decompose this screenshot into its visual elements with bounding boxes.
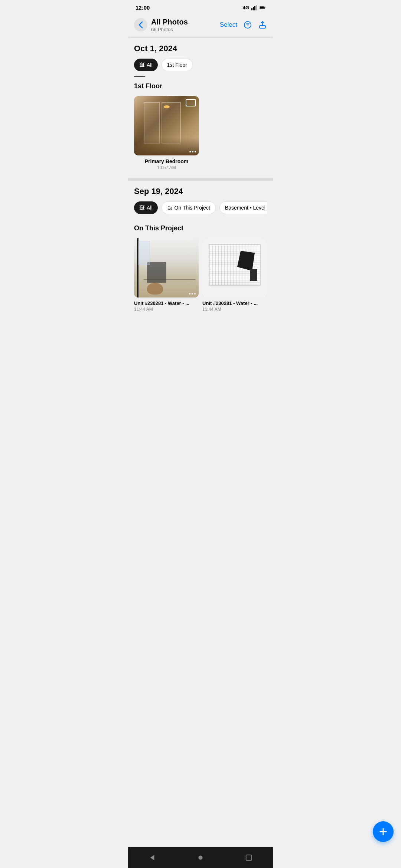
svg-rect-6 [260, 7, 264, 8]
primary-bedroom-label: Primary Bedroom [134, 158, 199, 164]
back-icon [138, 21, 143, 29]
oct-filter-all[interactable]: 🖼 All [134, 59, 158, 71]
header-title-block: All Photos 66 Photos [151, 17, 216, 32]
photo-unit-2-time: 11:44 AM [202, 307, 267, 312]
photo-primary-bedroom[interactable] [134, 96, 199, 155]
sep-photo-grid: Unit #230281 - Water - ... 11:44 AM [134, 238, 267, 313]
panorama-indicator [186, 99, 196, 106]
photo-unit-2[interactable] [202, 238, 267, 297]
photo-unit-1-wrapper: Unit #230281 - Water - ... 11:44 AM [134, 238, 199, 313]
select-button[interactable]: Select [220, 21, 237, 29]
sep-filter-basement[interactable]: Basement • Level 1 [219, 201, 267, 214]
oct-date: Oct 1, 2024 [134, 44, 267, 53]
photo-unit-1[interactable] [134, 238, 199, 297]
status-icons: 4G [243, 5, 265, 10]
status-bar: 12:00 4G [128, 0, 273, 14]
photo-unit-2-label: Unit #230281 - Water - ... [202, 300, 267, 306]
artwork-image [202, 238, 267, 297]
dot2 [192, 151, 193, 152]
dot1 [189, 293, 190, 295]
sep-section: Sep 19, 2024 🖼 All 🗂 On This Project Bas… [128, 181, 273, 214]
oct-filter-tabs: 🖼 All 1st Floor [134, 59, 267, 71]
sep-filter-all-label: All [147, 205, 153, 211]
sep-filter-basement-label: Basement • Level 1 [225, 205, 267, 211]
svg-rect-1 [253, 7, 254, 10]
nav-spacer [128, 321, 273, 347]
section-separator [128, 178, 273, 181]
oct-photo-grid: Primary Bedroom 10:57 AM [134, 96, 267, 170]
header-title: All Photos [151, 17, 216, 26]
svg-rect-5 [265, 7, 265, 8]
dot1 [189, 151, 191, 152]
photo-icon-sep-all: 🖼 [139, 205, 144, 211]
sep-filter-tabs: 🖼 All 🗂 On This Project Basement • Level… [134, 201, 267, 214]
oct-filter-1stfloor[interactable]: 1st Floor [162, 59, 193, 71]
share-icon[interactable] [258, 20, 267, 29]
dot2 [192, 293, 193, 295]
header-subtitle: 66 Photos [151, 27, 216, 32]
photo-unit-2-wrapper: Unit #230281 - Water - ... 11:44 AM [202, 238, 267, 313]
battery-icon [260, 6, 265, 10]
dot3 [195, 151, 196, 152]
svg-rect-3 [256, 5, 257, 10]
back-button[interactable] [134, 18, 147, 32]
oct-subsection-title: 1st Floor [134, 82, 267, 92]
oct-filter-all-label: All [147, 62, 153, 68]
folder-icon-sep: 🗂 [167, 205, 172, 211]
sep-subsection-title: On This Project [134, 224, 267, 234]
signal-icon [251, 5, 257, 10]
photo-menu-oct[interactable] [189, 151, 196, 152]
oct-section: Oct 1, 2024 🖼 All 1st Floor [128, 38, 273, 77]
filter-icon[interactable] [243, 20, 252, 29]
header-actions: Select [220, 20, 267, 29]
sep-date: Sep 19, 2024 [134, 187, 267, 196]
photo-unit-1-time: 11:44 AM [134, 307, 199, 312]
header: All Photos 66 Photos Select [128, 14, 273, 37]
svg-rect-11 [260, 26, 265, 28]
sep-filter-onproject[interactable]: 🗂 On This Project [162, 201, 216, 214]
sep-filter-onproject-label: On This Project [175, 205, 210, 211]
status-time: 12:00 [136, 4, 150, 11]
photo-unit-1-label: Unit #230281 - Water - ... [134, 300, 199, 306]
sep-subsection: On This Project [128, 219, 273, 313]
sep-filter-all[interactable]: 🖼 All [134, 201, 158, 214]
svg-rect-0 [251, 8, 252, 10]
primary-bedroom-time: 10:57 AM [134, 165, 199, 170]
photo-unit-2-info: Unit #230281 - Water - ... 11:44 AM [202, 300, 267, 313]
upload-icon [258, 20, 267, 29]
oct-filter-1stfloor-label: 1st Floor [167, 62, 187, 68]
network-label: 4G [243, 5, 249, 10]
panorama-icon [186, 99, 196, 106]
photo-icon-oct-all: 🖼 [139, 62, 144, 68]
svg-rect-2 [254, 6, 255, 10]
photo-menu-unit1[interactable] [189, 293, 196, 295]
dot3 [194, 293, 196, 295]
photo-unit-1-info: Unit #230281 - Water - ... 11:44 AM [134, 300, 199, 313]
oct-subsection: 1st Floor [128, 77, 273, 170]
office-image [134, 238, 199, 297]
lines-filter-icon [243, 20, 252, 29]
